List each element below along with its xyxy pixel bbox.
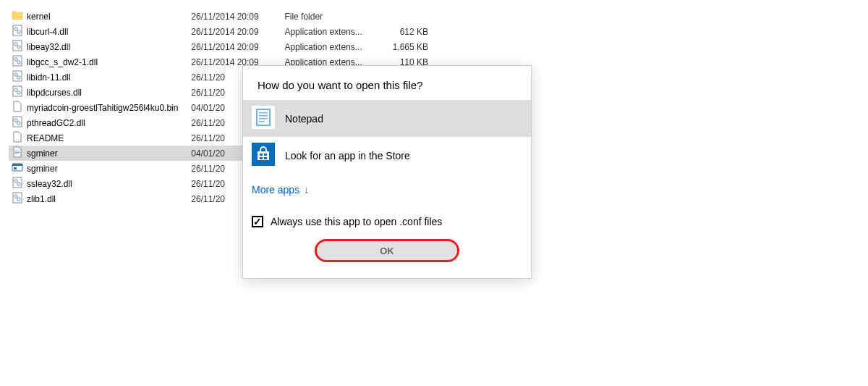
file-row[interactable]: libcurl-4.dll26/11/2014 20:09Application… [9,24,428,39]
svg-rect-9 [13,71,22,81]
file-icon [12,131,23,145]
file-size: 1,665 KB [385,42,428,52]
svg-rect-3 [13,41,22,51]
dll-icon [12,192,23,206]
dll-icon [12,116,23,130]
svg-rect-18 [14,151,20,151]
app-option-label: Notepad [285,113,323,125]
file-size: 612 KB [385,27,428,37]
always-use-checkbox[interactable]: ✓ [252,216,263,227]
file-date: 26/11/2014 20:09 [191,27,284,37]
more-apps-link[interactable]: More apps ↓ [243,174,531,206]
svg-rect-33 [259,118,268,119]
dll-icon [12,55,23,69]
svg-rect-37 [264,154,267,156]
ok-button[interactable]: OK [315,239,459,262]
file-type: Application extens... [284,27,385,37]
file-date: 26/11/2014 20:09 [191,12,284,22]
store-icon [252,143,275,168]
file-type: File folder [284,12,385,22]
file-name: myriadcoin-groestlTahitigw256l4ku0.bin [27,103,178,113]
file-name: pthreadGC2.dll [27,118,85,128]
file-name: libidn-11.dll [27,72,71,83]
file-name: libcurl-4.dll [27,27,68,37]
dll-icon [12,40,23,54]
svg-rect-39 [264,157,267,159]
svg-rect-34 [259,121,265,122]
dialog-footer: OK [243,233,531,278]
dll-icon [12,25,23,38]
app-option[interactable]: Notepad [243,100,531,137]
svg-rect-0 [13,25,22,35]
open-with-dialog: How do you want to open this file? Notep… [242,65,532,279]
file-row[interactable]: libeay32.dll26/11/2014 20:09Application … [9,39,428,54]
app-option-label: Look for an app in the Store [285,150,410,161]
file-name: sgminer [27,164,58,174]
exe-icon [12,161,23,175]
svg-rect-20 [14,154,18,154]
ok-button-label: OK [380,246,394,256]
svg-rect-15 [13,117,22,127]
svg-rect-24 [13,177,22,188]
file-name: sgminer [27,148,58,159]
file-date: 26/11/2014 20:09 [191,42,284,52]
conf-icon [12,146,23,160]
svg-rect-19 [14,152,20,153]
file-name: ssleay32.dll [27,179,72,189]
file-name: libpdcurses.dll [27,88,82,98]
svg-rect-12 [13,86,22,96]
file-type: Application extens... [284,42,385,52]
svg-rect-38 [260,157,263,159]
app-option-list: NotepadLook for an app in the Store [243,100,531,174]
dll-icon [12,85,23,99]
svg-rect-27 [13,193,22,203]
file-name: zlib1.dll [27,194,56,204]
always-use-row[interactable]: ✓ Always use this app to open .conf file… [243,206,531,233]
dll-icon [12,70,23,84]
always-use-label: Always use this app to open .conf files [271,216,442,227]
svg-rect-23 [14,167,17,169]
chevron-down-icon: ↓ [304,184,309,196]
svg-rect-32 [259,115,268,117]
notepad-icon [252,106,275,131]
dll-icon [12,177,23,190]
more-apps-label: More apps [252,184,299,196]
svg-rect-36 [260,154,263,156]
file-name: README [27,133,64,143]
file-name: libgcc_s_dw2-1.dll [27,57,98,67]
svg-rect-6 [13,56,22,66]
dialog-title: How do you want to open this file? [243,66,531,100]
file-icon [12,101,23,114]
file-name: kernel [27,12,51,22]
svg-rect-31 [259,112,268,114]
app-option[interactable]: Look for an app in the Store [243,137,531,174]
svg-rect-22 [12,164,22,166]
folder-icon [12,9,23,23]
file-row[interactable]: kernel26/11/2014 20:09File folder [9,9,428,24]
file-name: libeay32.dll [27,42,70,52]
